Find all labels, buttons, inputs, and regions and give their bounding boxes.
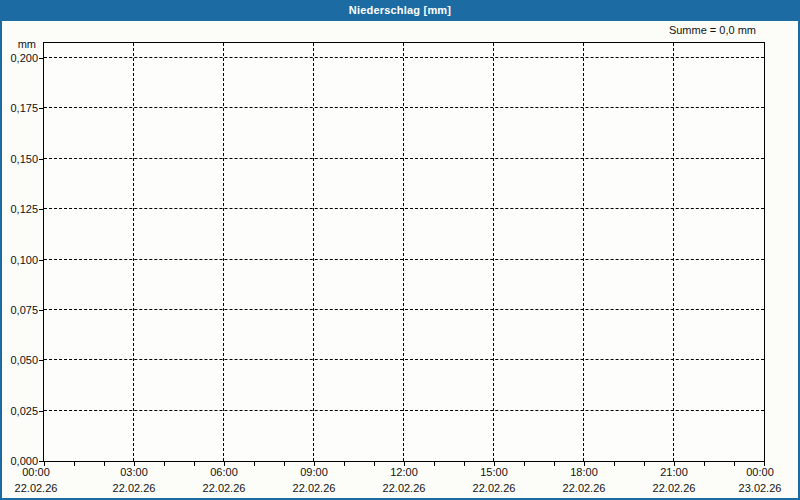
chart-title-bar: Niederschlag [mm] — [0, 0, 800, 21]
y-axis-tick-label: 0,125 — [2, 203, 38, 215]
x-axis-date-label: 22.02.26 — [113, 482, 156, 494]
chart-title: Niederschlag [mm] — [349, 4, 451, 16]
y-axis-tick-label: 0,150 — [2, 153, 38, 165]
y-axis-tick — [39, 310, 43, 311]
y-axis-tick — [39, 58, 43, 59]
x-axis-tick — [464, 462, 465, 466]
x-axis-tick — [614, 462, 615, 466]
y-axis-tick-label: 0,075 — [2, 304, 38, 316]
x-axis-time-label: 03:00 — [120, 466, 148, 478]
x-axis-time-label: 18:00 — [570, 466, 598, 478]
x-axis-date-label: 22.02.26 — [203, 482, 246, 494]
x-axis-date-label: 22.02.26 — [473, 482, 516, 494]
gridline-vertical — [313, 43, 314, 461]
y-axis-tick-label: 0,025 — [2, 405, 38, 417]
gridline-horizontal — [44, 158, 764, 159]
x-axis-tick — [74, 462, 75, 466]
y-axis-tick-label: 0,100 — [2, 254, 38, 266]
x-axis-time-label: 21:00 — [660, 466, 688, 478]
y-axis-tick — [39, 260, 43, 261]
gridline-horizontal — [44, 309, 764, 310]
x-axis-date-label: 22.02.26 — [383, 482, 426, 494]
x-axis-date-label: 22.02.26 — [563, 482, 606, 494]
x-axis-tick — [374, 462, 375, 466]
gridline-vertical — [403, 43, 404, 461]
x-axis-tick — [284, 462, 285, 466]
x-axis-tick — [704, 462, 705, 466]
gridline-vertical — [583, 43, 584, 461]
y-axis-tick — [39, 461, 43, 462]
x-axis-time-label: 15:00 — [480, 466, 508, 478]
x-axis-date-label: 22.02.26 — [15, 482, 58, 494]
x-axis-date-label: 22.02.26 — [293, 482, 336, 494]
gridline-vertical — [223, 43, 224, 461]
x-axis-tick — [344, 462, 345, 466]
gridline-horizontal — [44, 259, 764, 260]
x-axis-time-label: 12:00 — [390, 466, 418, 478]
gridline-vertical — [493, 43, 494, 461]
x-axis-tick — [524, 462, 525, 466]
x-axis-time-label: 06:00 — [210, 466, 238, 478]
gridline-vertical — [673, 43, 674, 461]
gridline-horizontal — [44, 410, 764, 411]
x-axis-time-label: 09:00 — [300, 466, 328, 478]
y-axis-tick — [39, 159, 43, 160]
y-axis-unit-label: mm — [2, 38, 36, 50]
y-axis-tick — [39, 209, 43, 210]
chart-window: Niederschlag [mm] Summe = 0,0 mm mm 0,20… — [0, 0, 800, 500]
x-axis-tick — [254, 462, 255, 466]
y-axis-tick — [39, 411, 43, 412]
x-axis-time-label: 00:00 — [22, 466, 50, 478]
x-axis-tick — [164, 462, 165, 466]
x-axis-tick — [644, 462, 645, 466]
x-axis-tick — [104, 462, 105, 466]
y-axis-tick — [39, 360, 43, 361]
gridline-vertical — [133, 43, 134, 461]
x-axis-tick — [194, 462, 195, 466]
x-axis-tick — [434, 462, 435, 466]
gridline-horizontal — [44, 107, 764, 108]
gridline-horizontal — [44, 57, 764, 58]
x-axis-tick — [554, 462, 555, 466]
gridline-horizontal — [44, 208, 764, 209]
y-axis-tick-label: 0,050 — [2, 354, 38, 366]
x-axis-date-label: 23.02.26 — [739, 482, 782, 494]
sum-annotation: Summe = 0,0 mm — [669, 24, 756, 36]
gridline-horizontal — [44, 359, 764, 360]
x-axis-time-label: 00:00 — [746, 466, 774, 478]
plot-area — [43, 42, 765, 462]
x-axis-date-label: 22.02.26 — [653, 482, 696, 494]
x-axis-tick — [734, 462, 735, 466]
y-axis-tick-label: 0,175 — [2, 102, 38, 114]
y-axis-tick-label: 0,200 — [2, 52, 38, 64]
y-axis-tick — [39, 108, 43, 109]
